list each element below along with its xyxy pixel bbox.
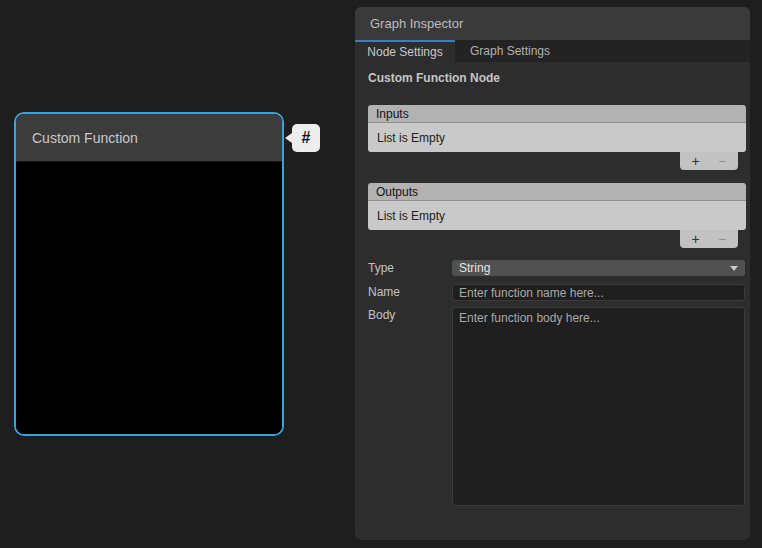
custom-function-node[interactable]: Custom Function [14, 112, 284, 436]
inputs-empty-text: List is Empty [377, 131, 445, 145]
function-name-input[interactable] [452, 284, 745, 301]
chevron-down-icon [730, 266, 738, 271]
tab-graph-settings-label: Graph Settings [470, 44, 550, 58]
badge-tail-pointer [285, 133, 292, 143]
plus-icon: + [692, 231, 700, 247]
tab-node-settings-label: Node Settings [367, 45, 442, 59]
inputs-empty-row: List is Empty [368, 123, 746, 152]
type-dropdown[interactable]: String [452, 260, 745, 276]
node-header[interactable]: Custom Function [16, 114, 282, 162]
section-title: Custom Function Node [368, 71, 500, 85]
tab-graph-settings[interactable]: Graph Settings [455, 40, 565, 62]
inputs-add-button[interactable]: + [685, 152, 707, 170]
inputs-list-footer: + − [680, 152, 738, 170]
inputs-list-title: Inputs [376, 107, 409, 121]
outputs-remove-button[interactable]: − [711, 230, 733, 248]
type-label: Type [368, 260, 394, 276]
graph-inspector-panel: Graph Inspector Node Settings Graph Sett… [355, 7, 750, 540]
panel-title: Graph Inspector [370, 16, 463, 31]
outputs-add-button[interactable]: + [685, 230, 707, 248]
inputs-list: Inputs List is Empty + − [368, 105, 746, 170]
outputs-list-footer: + − [680, 230, 738, 248]
tab-bar: Node Settings Graph Settings [355, 40, 750, 62]
body-label: Body [368, 307, 395, 323]
outputs-empty-row: List is Empty [368, 201, 746, 230]
node-preview-area [16, 163, 282, 434]
outputs-list-header[interactable]: Outputs [368, 183, 746, 201]
type-dropdown-value: String [459, 261, 490, 275]
shader-graph-workspace: { "canvas": { "node": { "title": "Custom… [0, 0, 762, 548]
name-label: Name [368, 284, 400, 300]
hash-icon: # [302, 129, 311, 147]
tab-node-settings[interactable]: Node Settings [355, 40, 455, 62]
node-hash-badge[interactable]: # [292, 124, 320, 152]
inputs-list-header[interactable]: Inputs [368, 105, 746, 123]
outputs-list-title: Outputs [376, 185, 418, 199]
plus-icon: + [692, 153, 700, 169]
inputs-remove-button[interactable]: − [711, 152, 733, 170]
outputs-empty-text: List is Empty [377, 209, 445, 223]
minus-icon: − [718, 231, 726, 247]
node-title: Custom Function [32, 130, 138, 146]
function-body-input[interactable] [452, 307, 745, 506]
outputs-list: Outputs List is Empty + − [368, 183, 746, 248]
minus-icon: − [718, 153, 726, 169]
panel-header[interactable]: Graph Inspector [355, 7, 750, 40]
